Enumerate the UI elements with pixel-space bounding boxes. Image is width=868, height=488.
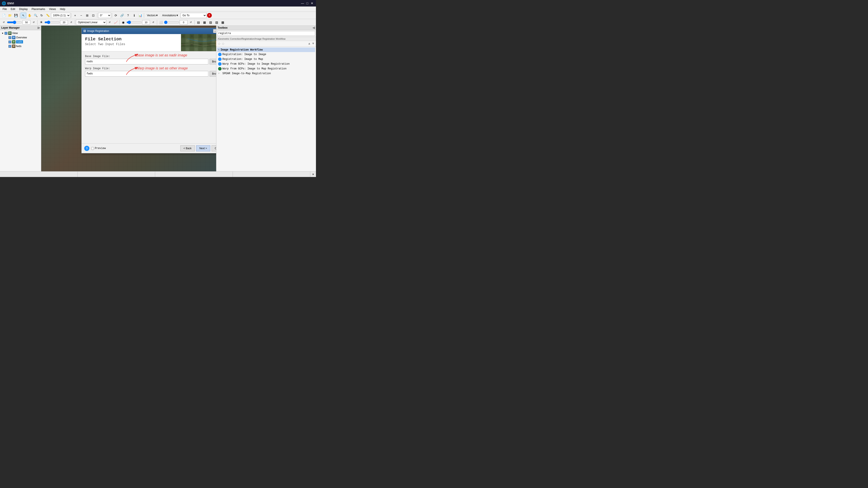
save-button[interactable]: 💾 <box>13 12 19 18</box>
link-button[interactable]: 🔗 <box>119 12 125 18</box>
layer-icon-btn[interactable]: ▤ <box>195 20 201 25</box>
warp-browse-button[interactable]: Browse... <box>210 71 216 76</box>
status-close-button[interactable]: ✕ <box>310 171 316 177</box>
brightness-input[interactable] <box>23 20 30 25</box>
measure-tool[interactable]: 📏 <box>45 12 51 18</box>
toolbox-expand-icon[interactable]: ◁ <box>313 26 315 29</box>
opacity-reset[interactable]: ↺ <box>188 20 193 25</box>
contrast-input[interactable] <box>60 20 68 25</box>
base-browse-button[interactable]: Browse... <box>210 59 216 64</box>
pan-tool[interactable]: ✋ <box>27 12 32 18</box>
layer-btn-2[interactable]: ▦ <box>202 20 207 25</box>
zoom-out-button[interactable]: − <box>78 12 84 18</box>
tree-item-overview[interactable]: ✓ 🖼 Overview <box>1 35 40 40</box>
brightness-reset[interactable]: ↺ <box>31 20 36 25</box>
menu-help[interactable]: Help <box>58 7 67 11</box>
tree-item-fwds[interactable]: ✓ 🖼 fwds <box>1 44 40 48</box>
toolbox-item-warp-img-img[interactable]: Warp from GCPs: Image to Image Registrat… <box>217 62 315 66</box>
tree-group-view[interactable]: ▼ ✓ 🗺 View <box>1 31 40 35</box>
layer-btn-4[interactable]: ▨ <box>214 20 219 25</box>
nads-checkbox[interactable]: ✓ <box>8 40 11 43</box>
opacity-input[interactable] <box>180 20 187 25</box>
close-button[interactable]: ✕ <box>310 1 314 5</box>
sharpness-slider[interactable] <box>126 21 142 24</box>
main-toolbar: 📄 📁 💾 ↖ ✋ 🔍 ↻ 📏 100% (1:1) 50% (1:2) 200… <box>0 12 316 19</box>
help-button[interactable]: ? <box>84 146 89 151</box>
bookmark-button[interactable]: B <box>207 13 212 18</box>
toolbox-item-workflow[interactable]: ✎ Image Registration Workflow <box>217 47 315 52</box>
toolbox-title: Toolbox <box>218 26 228 29</box>
warp-image-input[interactable] <box>85 71 208 76</box>
toolbox-search-area <box>216 30 316 37</box>
vectors-button[interactable]: Vectors▼ <box>145 12 160 18</box>
toolbox-item-warp-img-map[interactable]: Warp from GCPs: Image to Map Registratio… <box>217 66 315 71</box>
base-image-input[interactable] <box>85 59 208 64</box>
sync-button[interactable]: ⟳ <box>113 12 119 18</box>
menu-bar: File Edit Display Placemarks Views Help <box>0 6 316 12</box>
rotation-dropdown[interactable]: 0° 90° 180° <box>98 13 111 18</box>
filter-apply[interactable]: ↺ <box>107 20 113 25</box>
workflow-icon: ✎ <box>218 48 220 52</box>
menu-placemarks[interactable]: Placemarks <box>30 7 47 11</box>
layer-btn-5[interactable]: ▩ <box>220 20 225 25</box>
maximize-button[interactable]: □ <box>305 1 309 5</box>
toolbox-item-spear[interactable]: ⚡ SPEAR Image-to-Map Registration <box>217 71 315 76</box>
layer-btn-3[interactable]: ▧ <box>208 20 213 25</box>
nav-down[interactable]: ▼ <box>312 42 315 46</box>
goto-dropdown[interactable]: Go To <box>181 13 207 18</box>
contrast-slider[interactable] <box>44 21 60 24</box>
overview-checkbox[interactable]: ✓ <box>8 36 11 39</box>
status-segment-1 <box>0 171 78 177</box>
nav-up[interactable]: ▲ <box>308 42 311 46</box>
dialog-spacer <box>85 79 216 140</box>
menu-file[interactable]: File <box>1 7 8 11</box>
info-button[interactable]: ℹ <box>131 12 137 18</box>
star-icon-1[interactable]: ☆ <box>218 42 221 46</box>
query-button[interactable]: ? <box>125 12 131 18</box>
annotations-button[interactable]: Annotations▼ <box>161 12 180 18</box>
image-registration-dialog[interactable]: 🖼 Image Registration — □ ✕ File Selectio… <box>82 28 216 153</box>
toolbox-item-img-to-img[interactable]: Registration: Image to Image <box>217 52 315 57</box>
sharpness-group: ↺ <box>126 20 156 25</box>
back-button[interactable]: < Back <box>180 145 195 152</box>
warp-image-label: Warp Image File: <box>85 67 216 70</box>
minimize-button[interactable]: — <box>300 1 305 5</box>
menu-edit[interactable]: Edit <box>9 7 17 11</box>
brightness-slider[interactable] <box>7 21 22 24</box>
dialog-minimize-button[interactable]: — <box>213 29 216 33</box>
zoom-in-button[interactable]: + <box>72 12 78 18</box>
zoom-tool[interactable]: 🔍 <box>33 12 38 18</box>
overview-expand <box>5 36 8 39</box>
fit-button[interactable]: ⊞ <box>85 12 90 18</box>
thumbnail-svg <box>181 34 216 51</box>
stats-button[interactable]: 📊 <box>137 12 143 18</box>
fwds-checkbox[interactable]: ✓ <box>8 45 11 48</box>
view-checkbox[interactable]: ✓ <box>5 32 7 35</box>
pointer-tool[interactable]: ↖ <box>21 12 26 18</box>
menu-display[interactable]: Display <box>18 7 29 11</box>
sharpness-input[interactable] <box>142 20 150 25</box>
opacity-slider[interactable] <box>164 21 179 24</box>
contrast-reset[interactable]: ↺ <box>68 20 74 25</box>
star-icon-2[interactable]: ☆ <box>222 42 225 46</box>
filter-dropdown[interactable]: Optimized Linear Linear Equalization <box>76 20 106 25</box>
open-file-button[interactable]: 📁 <box>7 12 12 18</box>
full-extent-button[interactable]: ⊡ <box>91 12 96 18</box>
sharpness-reset[interactable]: ↺ <box>150 20 156 25</box>
zoom-dropdown[interactable]: 100% (1:1) 50% (1:2) 200% (2:1) <box>51 13 70 18</box>
dialog-action-buttons: < Back Next > Cancel <box>180 145 216 152</box>
reset-button[interactable]: ↺ <box>1 20 6 25</box>
rotate-tool[interactable]: ↻ <box>39 12 44 18</box>
preview-checkbox[interactable] <box>91 147 94 150</box>
next-button[interactable]: Next > <box>196 145 210 152</box>
menu-views[interactable]: Views <box>47 7 58 11</box>
histogram-btn[interactable]: 📈 <box>113 20 119 25</box>
toolbox-search-input[interactable] <box>217 31 315 36</box>
map-area[interactable]: 🖼 Image Registration — □ ✕ File Selectio… <box>41 26 216 171</box>
tree-item-nads[interactable]: ✓ 🖼 nads <box>1 40 40 44</box>
layer-manager-collapse[interactable]: ▷ <box>38 26 40 29</box>
expand-icon[interactable]: ▼ <box>1 32 4 34</box>
cancel-button[interactable]: Cancel <box>212 145 216 152</box>
toolbox-item-img-to-map[interactable]: Registration: Image to Map <box>217 57 315 62</box>
new-file-button[interactable]: 📄 <box>1 12 6 18</box>
